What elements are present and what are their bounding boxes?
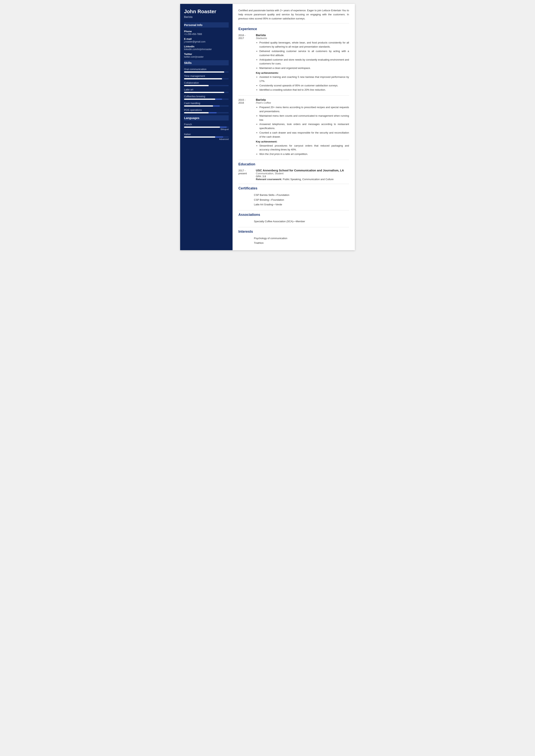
associations-list: Specialty Coffee Association (SCA)—Membe…	[239, 219, 349, 224]
job1-bullet-4: Maintained a clean and organized workspa…	[259, 66, 349, 70]
lang-italian: Italian Advanced	[184, 133, 229, 140]
skill-pos-operations: POS operations	[184, 108, 229, 113]
edu-school: USC Annenberg School for Communication a…	[256, 169, 349, 172]
job2-bullet-4: Counted a cash drawer and was responsibl…	[259, 131, 349, 139]
associations-heading: Associations	[239, 213, 349, 217]
linkedin-value: linkedin.com/in/johnroaster	[184, 48, 229, 51]
job2-single-achievements: Streamlined procedures for carryout orde…	[256, 144, 349, 156]
certificates-list: CSP Barista Skills—Foundation CSP Brewin…	[239, 193, 349, 207]
cert-1: CSP Barista Skills—Foundation	[254, 193, 349, 198]
skill-cash-handling: Cash handling	[184, 102, 229, 106]
main-content: Certified and passionate barista with 2+…	[233, 4, 355, 250]
email-value: j.roaster@gmail.com	[184, 41, 229, 43]
job-starbucks: 2016 -2017 Barista Starbucks Provided qu…	[239, 33, 349, 92]
edu-field: Communication, Student	[256, 172, 349, 175]
certificates-heading: Certificates	[239, 186, 349, 190]
job2-ach-2: Won the 2nd prize in a latte art competi…	[259, 152, 349, 156]
contact-linkedin: LinkedIn linkedin.com/in/johnroaster	[184, 45, 229, 51]
divider-5	[239, 227, 349, 227]
experience-heading: Experience	[239, 27, 349, 31]
skill-coffee-brewing: Coffee/tea brewing	[184, 95, 229, 100]
skill-oral-communication: Oral communication	[184, 68, 229, 72]
job2-key-achievement-label: Key achievement:	[256, 140, 349, 143]
edu-gpa: GPA: 3.8	[256, 175, 349, 178]
linkedin-label: LinkedIn	[184, 45, 229, 48]
job1-ach-1: Assisted in training and coaching 5 new …	[259, 75, 349, 83]
resume-container: John Roaster Barista Personal Info Phone…	[180, 4, 355, 250]
edu-dates: 2017 -present	[239, 169, 256, 181]
skill-latte-art: Latte art	[184, 88, 229, 93]
sidebar: John Roaster Barista Personal Info Phone…	[180, 4, 233, 250]
job2-bullet-1: Prepared 20+ menu items according to pre…	[259, 105, 349, 114]
job1-bullet-2: Delivered outstanding customer service t…	[259, 49, 349, 57]
contact-email: E-mail j.roaster@gmail.com	[184, 38, 229, 43]
job2-ach-1: Streamlined procedures for carryout orde…	[259, 144, 349, 152]
job2-detail: Barista Peet's Coffee Prepared 20+ menu …	[256, 98, 349, 156]
candidate-title: Barista	[184, 15, 229, 18]
personal-info-heading: Personal Info	[184, 22, 229, 28]
interest-2: Triathlon	[254, 241, 349, 245]
skills-heading: Skills	[184, 60, 229, 66]
summary-text: Certified and passionate barista with 2+…	[239, 9, 349, 23]
skill-time-management: Time management	[184, 74, 229, 79]
job1-company: Starbucks	[256, 37, 349, 40]
skill-collaboration: Collaboration	[184, 81, 229, 86]
candidate-name: John Roaster	[184, 9, 229, 14]
divider-4	[239, 210, 349, 210]
interests-heading: Interests	[239, 230, 349, 234]
job1-bullet-3: Anticipated customer and store needs by …	[259, 58, 349, 66]
interest-1: Psychology of communication	[254, 236, 349, 241]
contact-twitter: Twitter twitter.com/jroaster	[184, 53, 229, 58]
skills-list: Oral communication Time management Colla…	[184, 68, 229, 113]
cert-2: CSP Brewing—Foundation	[254, 198, 349, 203]
job1-dates: 2016 -2017	[239, 33, 256, 92]
languages-heading: Languages	[184, 115, 229, 121]
assoc-1: Specialty Coffee Association (SCA)—Membe…	[254, 219, 349, 224]
contact-phone: Phone +1-299-456-7888	[184, 30, 229, 36]
divider-3	[239, 184, 349, 184]
lang-french: French Bilingual	[184, 123, 229, 130]
job1-title: Barista	[256, 33, 349, 37]
twitter-value: twitter.com/jroaster	[184, 56, 229, 58]
job2-title: Barista	[256, 98, 349, 101]
job2-bullets: Prepared 20+ menu items according to pre…	[256, 105, 349, 139]
job1-bullet-1: Provided quality beverages, whole bean, …	[259, 41, 349, 49]
twitter-label: Twitter	[184, 53, 229, 56]
education-usc: 2017 -present USC Annenberg School for C…	[239, 169, 349, 181]
job2-bullet-3: Answered telephones, took orders and mes…	[259, 122, 349, 130]
job1-ach-3: Identified a crowding solution that led …	[259, 88, 349, 92]
job1-detail: Barista Starbucks Provided quality bever…	[256, 33, 349, 92]
divider-2	[239, 160, 349, 160]
job2-bullet-2: Maintained menu item counts and communic…	[259, 114, 349, 122]
education-heading: Education	[239, 162, 349, 166]
cert-3: Latte Art Grading—Verde	[254, 202, 349, 207]
phone-value: +1-299-456-7888	[184, 33, 229, 36]
job2-dates: 2015 -2016	[239, 98, 256, 156]
interests-list: Psychology of communication Triathlon	[239, 236, 349, 245]
job1-bullets: Provided quality beverages, whole bean, …	[256, 41, 349, 70]
edu-coursework: Relevant coursework: Public Speaking, Co…	[256, 178, 349, 181]
phone-label: Phone	[184, 30, 229, 33]
job2-company: Peet's Coffee	[256, 101, 349, 104]
job1-ach-2: Consistently scored upwards of 95% on cu…	[259, 84, 349, 88]
job-peets: 2015 -2016 Barista Peet's Coffee Prepare…	[239, 98, 349, 156]
edu-detail: USC Annenberg School for Communication a…	[256, 169, 349, 181]
job1-key-achievements-label: Key achievements:	[256, 71, 349, 74]
job1-achievements: Assisted in training and coaching 5 new …	[256, 75, 349, 92]
email-label: E-mail	[184, 38, 229, 41]
contact-list: Phone +1-299-456-7888 E-mail j.roaster@g…	[184, 30, 229, 58]
languages-list: French Bilingual Italian Advanced	[184, 123, 229, 140]
